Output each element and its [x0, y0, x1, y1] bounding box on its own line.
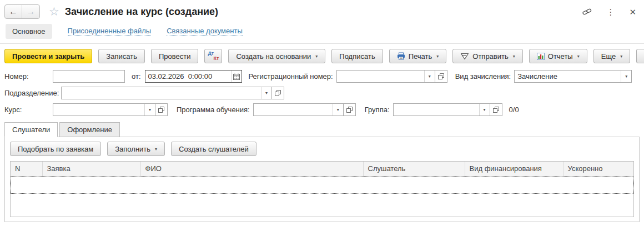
sign-button[interactable]: Подписать — [331, 49, 383, 63]
chevron-down-icon[interactable]: ▾ — [261, 87, 271, 99]
column-header-request[interactable]: Заявка — [42, 162, 140, 176]
forward-button[interactable]: → — [22, 5, 39, 18]
doc-tabs: Слушатели Оформление — [0, 122, 644, 137]
enroll-kind-select[interactable]: Зачисление ▾ — [514, 70, 632, 83]
reports-button[interactable]: Отчеты▾ — [529, 49, 587, 63]
send-icon — [460, 53, 469, 60]
close-icon[interactable]: ✕ — [629, 8, 636, 16]
more-menu-icon[interactable]: ⋮ — [606, 8, 615, 16]
group-label: Группа: — [365, 106, 390, 114]
get-link-icon[interactable] — [582, 8, 592, 16]
favorite-star-icon[interactable]: ☆ — [49, 5, 59, 18]
open-reg-number-button[interactable] — [435, 70, 447, 83]
current-row-marker[interactable] — [11, 177, 633, 194]
column-header-financing[interactable]: Вид финансирования — [465, 162, 563, 176]
date-field[interactable]: 03.02.2026 0:00:00 — [145, 70, 242, 83]
group-field[interactable]: ▾ — [393, 103, 490, 116]
pick-by-requests-button[interactable]: Подобрать по заявкам — [10, 142, 101, 156]
chevron-down-icon: ▾ — [315, 54, 318, 59]
calendar-icon[interactable] — [231, 71, 242, 82]
page-title: Зачисление на курс (создание) — [65, 6, 218, 18]
chevron-down-icon[interactable]: ▾ — [621, 71, 631, 82]
open-program-button[interactable] — [343, 103, 356, 116]
title-bar: ← → ☆ Зачисление на курс (создание) ⋮ ✕ — [0, 0, 644, 21]
chevron-down-icon: ▾ — [155, 147, 157, 152]
more-button[interactable]: Еще▾ — [593, 49, 630, 63]
dtkt-icon: Дт Кт — [208, 51, 219, 61]
chevron-down-icon: ▾ — [436, 54, 439, 59]
tab-listeners[interactable]: Слушатели — [4, 122, 58, 137]
group-input[interactable] — [394, 104, 479, 116]
table-body[interactable] — [11, 177, 633, 217]
help-button[interactable]: ? — [636, 49, 644, 63]
dtkt-button[interactable]: Дт Кт — [204, 49, 222, 63]
tab-attached-files[interactable]: Присоединенные файлы — [68, 27, 152, 36]
date-label: от: — [132, 72, 141, 81]
department-input[interactable] — [62, 87, 261, 99]
listeners-panel: Подобрать по заявкам Заполнить▾ Создать … — [4, 137, 640, 222]
reg-number-input[interactable] — [337, 71, 424, 82]
form-row-1: Номер: от: 03.02.2026 0:00:00 Регистраци… — [0, 68, 644, 84]
chevron-down-icon: ▾ — [513, 54, 515, 59]
open-department-button[interactable] — [271, 87, 284, 99]
chevron-down-icon[interactable]: ▾ — [144, 104, 155, 116]
department-label: Подразделение: — [4, 89, 61, 97]
printer-icon — [397, 52, 405, 60]
course-label: Курс: — [4, 106, 53, 114]
column-header-n[interactable]: N — [11, 162, 42, 176]
chevron-down-icon[interactable]: ▾ — [424, 71, 435, 82]
chevron-down-icon[interactable]: ▾ — [479, 104, 490, 116]
chevron-down-icon[interactable]: ▾ — [333, 104, 343, 116]
program-label: Программа обучения: — [177, 106, 250, 114]
table-header-row: N Заявка ФИО Слушатель Вид финансировани… — [11, 162, 633, 176]
number-label: Номер: — [4, 72, 53, 81]
form-row-2: Подразделение: ▾ — [0, 84, 644, 101]
tab-related-documents[interactable]: Связанные документы — [167, 27, 243, 36]
back-button[interactable]: ← — [5, 5, 22, 18]
reg-number-label: Регистрационный номер: — [249, 72, 333, 81]
chevron-down-icon: ▾ — [620, 54, 622, 59]
column-header-accelerated[interactable]: Ускоренно — [563, 162, 633, 176]
open-course-button[interactable] — [155, 103, 168, 116]
save-button[interactable]: Записать — [98, 49, 145, 63]
reg-number-field[interactable]: ▾ — [336, 70, 435, 83]
course-input[interactable] — [53, 104, 144, 116]
form-row-3: Курс: ▾ Программа обучения: ▾ Группа: ▾ … — [0, 101, 644, 118]
tab-processing[interactable]: Оформление — [59, 122, 120, 137]
number-field[interactable] — [53, 70, 125, 83]
chevron-down-icon: ▾ — [577, 54, 580, 59]
open-group-button[interactable] — [490, 103, 502, 116]
nav-tabs: Основное Присоединенные файлы Связанные … — [0, 21, 644, 44]
date-value[interactable]: 03.02.2026 0:00:00 — [145, 71, 231, 82]
department-field[interactable]: ▾ — [61, 87, 272, 99]
print-button[interactable]: Печать▾ — [389, 49, 447, 63]
column-header-fio[interactable]: ФИО — [140, 162, 363, 176]
bar-chart-icon — [537, 53, 545, 60]
send-button[interactable]: Отправить▾ — [452, 49, 522, 63]
listeners-command-bar: Подобрать по заявкам Заполнить▾ Создать … — [10, 142, 634, 156]
program-input[interactable] — [254, 104, 333, 116]
column-header-listener[interactable]: Слушатель — [363, 162, 465, 176]
create-based-on-button[interactable]: Создать на основании▾ — [228, 49, 325, 63]
group-counter: 0/0 — [509, 106, 519, 114]
program-field[interactable]: ▾ — [253, 103, 344, 116]
enroll-kind-label: Вид зачисления: — [455, 72, 511, 81]
number-input[interactable] — [53, 71, 124, 82]
post-and-close-button[interactable]: Провести и закрыть — [4, 49, 92, 63]
course-field[interactable]: ▾ — [53, 103, 155, 116]
listeners-table: N Заявка ФИО Слушатель Вид финансировани… — [10, 161, 634, 217]
fill-button[interactable]: Заполнить▾ — [107, 142, 165, 156]
post-button[interactable]: Провести — [151, 49, 199, 63]
enroll-kind-value: Зачисление — [515, 71, 621, 82]
create-listeners-button[interactable]: Создать слушателей — [171, 142, 256, 156]
toolbar: Провести и закрыть Записать Провести Дт … — [0, 44, 644, 68]
tab-main[interactable]: Основное — [6, 24, 52, 39]
history-nav: ← → — [4, 4, 40, 19]
